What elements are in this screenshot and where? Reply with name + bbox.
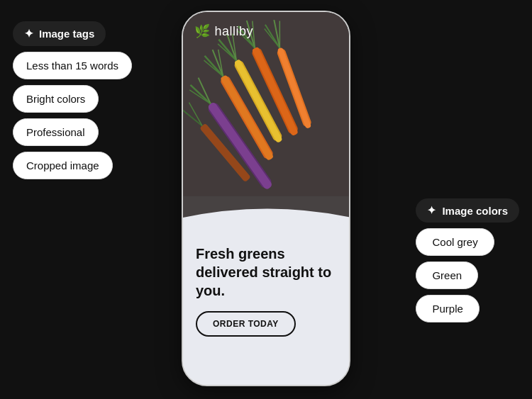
sparkle-icon-2: ✦ — [427, 204, 436, 217]
color-cool-grey[interactable]: Cool grey — [416, 228, 494, 256]
order-today-button[interactable]: ORDER TODAY — [196, 311, 296, 337]
tag-bright-colors[interactable]: Bright colors — [13, 85, 99, 113]
color-green[interactable]: Green — [416, 262, 478, 289]
brand-name: halliby — [215, 24, 254, 39]
color-purple[interactable]: Purple — [416, 295, 479, 322]
image-colors-title: Image colors — [442, 205, 508, 217]
image-tags-header: ✦ Image tags — [13, 21, 106, 46]
phone-mockup: 🌿 halliby Fresh greens delivered straigh… — [182, 11, 350, 386]
image-tags-panel: ✦ Image tags Less than 15 words Bright c… — [13, 21, 132, 179]
image-colors-header: ✦ Image colors — [416, 198, 519, 223]
image-tags-title: Image tags — [39, 28, 94, 40]
tag-professional[interactable]: Professional — [13, 118, 99, 146]
phone-headline: Fresh greens delivered straight to you. — [196, 245, 336, 300]
sparkle-icon: ✦ — [24, 27, 33, 40]
tag-less-than-15[interactable]: Less than 15 words — [13, 52, 132, 79]
image-colors-panel: ✦ Image colors Cool grey Green Purple — [416, 198, 519, 322]
phone-image: 🌿 halliby — [183, 12, 349, 232]
tag-cropped-image[interactable]: Cropped image — [13, 152, 113, 179]
leaf-icon: 🌿 — [194, 23, 211, 39]
phone-content-area: Fresh greens delivered straight to you. … — [183, 232, 349, 385]
phone-brand: 🌿 halliby — [194, 23, 253, 39]
